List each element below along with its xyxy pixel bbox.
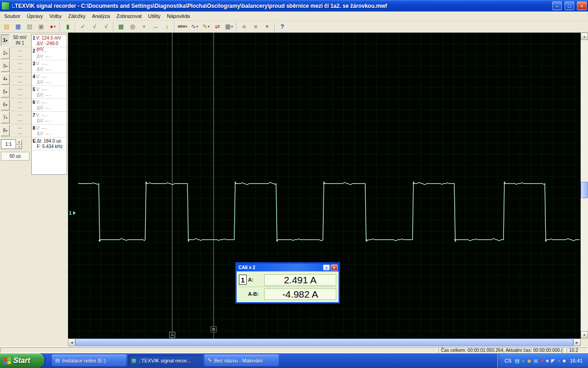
toolbar-snapshot-button[interactable]: ▣▾ [36, 22, 46, 32]
toolbar-separator[interactable]: ▾ [274, 22, 275, 31]
toolbar-help-button[interactable]: ?▾ [277, 22, 288, 32]
vertical-scrollbar[interactable]: ▲ ▼ [581, 33, 588, 339]
language-indicator[interactable]: CS [504, 358, 511, 363]
toolbar-marker-button[interactable]: ▮▾ [62, 22, 73, 32]
menu-item[interactable]: Úpravy [23, 12, 46, 20]
channel-select-button[interactable]: 5▸ [1, 86, 10, 98]
toolbar-delete-button[interactable]: ×▾ [262, 22, 272, 32]
menu-item[interactable]: Záložky [65, 12, 89, 20]
toolbar-zoom-vertical-button[interactable]: ↕▾ [162, 22, 172, 32]
tray-icon-6[interactable]: ■ [546, 358, 549, 363]
toolbar-mem-button[interactable]: MEM▾ [177, 22, 188, 32]
channel-select-button[interactable]: 1▸ [1, 34, 10, 46]
menu-item[interactable]: Analýza [89, 12, 113, 20]
horizontal-scrollbar[interactable]: ◀ ▶ [68, 339, 581, 346]
toolbar-save-button[interactable]: ▦▾ [13, 22, 23, 32]
toolbar-gray-button-1[interactable]: ■▾ [239, 22, 249, 32]
toolbar-separator[interactable]: ▾ [236, 22, 237, 31]
measurement-row-ab: A-B: -4.982 A [239, 287, 336, 301]
toolbar-zoom-horizontal-button[interactable]: ↔▾ [150, 22, 161, 32]
app-icon [1, 2, 10, 10]
scroll-left-button[interactable]: ◀ [68, 339, 75, 346]
channel-select-button[interactable]: 7▸ [1, 112, 10, 123]
tray-icon-5[interactable]: ● [540, 358, 543, 363]
start-button[interactable]: Start [0, 353, 44, 368]
chevron-down-icon: ▾ [231, 25, 233, 29]
channel-arrow-icon: ▸ [6, 90, 8, 94]
toolbar-button-icon: ? [280, 23, 284, 30]
toolbar-search-button[interactable]: ◎▾ [127, 22, 138, 32]
measurement-dropdown-button[interactable]: ∨ [323, 264, 330, 270]
task-malovani[interactable]: ✎ Bez názvu - Malování [204, 355, 279, 366]
toolbar-button-icon: ■ [242, 23, 246, 30]
channel-settings: --- --- [10, 48, 30, 59]
vertical-scroll-thumb[interactable] [581, 182, 588, 198]
channel-select-button[interactable]: 4▸ [1, 73, 10, 85]
menu-item[interactable]: Volby [46, 12, 65, 20]
tray-icon-1[interactable]: ▤ [514, 358, 519, 363]
tray-icon-9[interactable]: ■ [563, 358, 566, 363]
channel-select-button[interactable]: 3▸ [1, 60, 10, 72]
toolbar-separator[interactable]: ▾ [174, 22, 175, 31]
scroll-down-button[interactable]: ▼ [581, 331, 588, 339]
channel-info-4: 4V: --.- ΔV: --.- [32, 73, 67, 86]
toolbar-button-icon: √ [104, 23, 107, 30]
zoom-decrease-button[interactable]: ▼ [16, 144, 22, 150]
toolbar-separator[interactable]: ▾ [75, 22, 76, 31]
toolbar-image-button[interactable]: ▩▾ [116, 22, 126, 32]
toolbar-print-button[interactable]: ▤▾ [24, 22, 35, 32]
tray-icon-4[interactable]: ▣ [533, 358, 538, 363]
close-button[interactable]: × [577, 1, 587, 10]
tray-icon-2[interactable]: ● [522, 358, 525, 363]
toolbar-draw-button[interactable]: ✎▾ [201, 22, 211, 32]
channel-select-button[interactable]: 2▸ [1, 47, 10, 59]
toolbar-swap-button[interactable]: ⇄▾ [212, 22, 223, 32]
measurement-window-titlebar[interactable]: CA6 x 2 ∨ × [237, 264, 339, 271]
menu-item[interactable]: Zobrazovat [113, 12, 145, 20]
channel-settings: --- --- [10, 86, 30, 98]
toolbar-check-wave2-button[interactable]: √▾ [101, 22, 111, 32]
toolbar-check-button[interactable]: ✓▾ [78, 22, 88, 32]
channel-select-button[interactable]: 8▸ [1, 125, 10, 136]
channel-range: 50 mV [10, 35, 30, 40]
menu-item[interactable]: Nápověda [164, 12, 193, 20]
toolbar-table-button[interactable]: ▦▾ [224, 22, 234, 32]
channel-settings: --- --- [10, 125, 30, 136]
channel-input: --- [10, 79, 30, 85]
task-instalace-notes[interactable]: ▤ Instalace notes (E:) [52, 355, 126, 366]
toolbar-separator[interactable]: ▾ [113, 22, 114, 31]
measurement-window[interactable]: CA6 x 2 ∨ × 1 A: 2.491 A A-B: -4.982 A [235, 262, 340, 304]
toolbar-button-icon: ▤ [27, 23, 32, 30]
zoom-increase-button[interactable]: ▲ [16, 139, 22, 144]
task-icon: ▦ [131, 357, 136, 363]
task-texvik[interactable]: ▦ :.TEXVIK signal recor... [128, 355, 203, 366]
maximize-button[interactable]: □ [565, 1, 574, 10]
measurement-value-ab: -4.982 A [264, 288, 336, 300]
menu-item[interactable]: Soubor [1, 12, 23, 20]
channel-select-button[interactable]: 6▸ [1, 99, 10, 110]
toolbar-wave-mode-button[interactable]: ∿▾ [189, 22, 200, 32]
toolbar-zoom-all-button[interactable]: +▾ [139, 22, 149, 32]
timebase-value[interactable]: 50 us [1, 152, 29, 161]
toolbar-check-wave-button[interactable]: √▾ [89, 22, 100, 32]
channel-arrow-icon: ▸ [6, 77, 8, 81]
horizontal-scroll-thumb[interactable] [75, 339, 573, 346]
svg-text:1: 1 [69, 210, 72, 216]
title-bar[interactable]: :.TEXVIK signal recorder - C:\Documents … [0, 0, 588, 12]
measurement-close-button[interactable]: × [331, 264, 338, 270]
tray-icon-8[interactable]: ● [557, 358, 560, 363]
toolbar-open-button[interactable]: ▨▾ [1, 22, 12, 32]
scroll-right-button[interactable]: ▶ [573, 339, 581, 346]
tray-icon-3[interactable]: ◆ [527, 358, 531, 363]
tray-icon-7[interactable]: ◤ [551, 358, 555, 363]
toolbar-record-button[interactable]: ●▾ [47, 22, 58, 32]
channel-row-8: 8▸ --- --- [1, 124, 30, 137]
channel-info-8: 8V: --.- ΔV: --.- [32, 125, 67, 138]
scroll-up-button[interactable]: ▲ [581, 33, 588, 40]
toolbar-separator[interactable]: ▾ [60, 22, 61, 31]
zoom-value[interactable]: 1:1 [1, 139, 16, 149]
channel-arrow-icon: ▸ [6, 64, 8, 68]
minimize-button[interactable]: – [552, 1, 562, 10]
menu-item[interactable]: Utility [145, 12, 164, 20]
toolbar-gray-button-2[interactable]: ■▾ [250, 22, 261, 32]
